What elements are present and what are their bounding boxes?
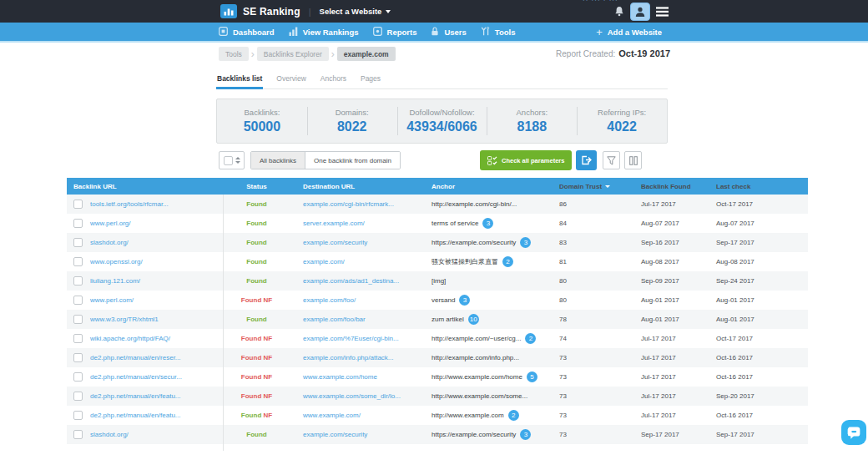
- anchor-count-badge: 3: [482, 218, 493, 229]
- backlink-found-date: Sep-16 2017: [634, 239, 709, 246]
- destination-url-link[interactable]: www.example.com/: [303, 412, 361, 419]
- col-status[interactable]: Status: [223, 183, 290, 190]
- breadcrumb-item[interactable]: example.com: [337, 47, 396, 61]
- last-check-date: Oct-17 2017: [709, 335, 808, 342]
- anchor-text: http://www.example.com: [431, 412, 504, 419]
- destination-url-link[interactable]: example.com/foo/: [303, 296, 356, 304]
- domain-trust-value: 74: [551, 335, 634, 342]
- clipped-topbar-text: ·· ··· · ···: [583, 0, 618, 4]
- row-checkbox[interactable]: [73, 238, 83, 247]
- nav-item-tools[interactable]: Tools: [481, 27, 516, 38]
- row-checkbox[interactable]: [73, 392, 83, 401]
- backlink-url-link[interactable]: www.w3.org/TR/xhtml1: [90, 316, 159, 323]
- export-button[interactable]: [576, 150, 597, 170]
- breadcrumb-item[interactable]: Backlinks Explorer: [257, 47, 329, 61]
- se-ranking-logo-icon: [220, 4, 237, 18]
- destination-url-link[interactable]: example.com/%7Euser/cgi-bin...: [303, 335, 399, 342]
- row-checkbox[interactable]: [73, 219, 83, 228]
- backlink-url-link[interactable]: de2.php.net/manual/en/featu...: [90, 412, 181, 419]
- backlink-url-link[interactable]: slashdot.org/: [90, 431, 129, 438]
- chat-button[interactable]: [841, 420, 866, 445]
- backlink-found-date: Aug-01 2017: [634, 296, 709, 304]
- col-destination-url[interactable]: Destination URL: [290, 183, 426, 190]
- backlink-url-link[interactable]: de2.php.net/manual/en/reser...: [90, 354, 181, 361]
- tab-overview[interactable]: Overview: [275, 70, 306, 89]
- backlink-url-link[interactable]: tools.ietf.org/tools/rfcmar...: [90, 200, 169, 208]
- destination-url-link[interactable]: server.example.com/: [303, 220, 365, 227]
- destination-url-link[interactable]: example.com/security: [303, 431, 367, 438]
- destination-url-link[interactable]: www.example.com/home: [303, 373, 377, 381]
- col-backlink-url[interactable]: Backlink URL: [67, 183, 223, 190]
- tab-backlinks-list[interactable]: Backlinks list: [216, 70, 263, 89]
- select-all-dropdown[interactable]: [219, 151, 245, 169]
- destination-url-link[interactable]: example.com/: [303, 258, 345, 265]
- destination-url-link[interactable]: example.com/security: [303, 239, 367, 246]
- last-check-date: Sep-17 2017: [709, 431, 808, 438]
- row-checkbox[interactable]: [73, 257, 83, 266]
- site-selector[interactable]: Select a Website: [320, 7, 391, 16]
- check-all-parameters-button[interactable]: Check all parameters: [480, 150, 572, 170]
- nav-item-reports[interactable]: Reports: [373, 27, 417, 38]
- destination-url-link[interactable]: example.com/cgi-bin/rfcmark...: [303, 200, 394, 208]
- col-anchor[interactable]: Anchor: [426, 183, 551, 190]
- backlink-url-link[interactable]: www.openssl.org/: [90, 258, 143, 265]
- tab-anchors[interactable]: Anchors: [320, 70, 347, 89]
- breadcrumb-separator: ›: [251, 49, 255, 59]
- menu-icon[interactable]: [656, 7, 669, 17]
- segment-button[interactable]: One backlink from domain: [305, 152, 400, 169]
- destination-url-link[interactable]: example.com/foo/bar: [303, 316, 366, 323]
- row-checkbox[interactable]: [73, 315, 83, 324]
- row-checkbox[interactable]: [73, 372, 83, 382]
- last-check-date: Sep-20 2017: [709, 392, 808, 400]
- domain-trust-value: 73: [551, 431, 634, 438]
- backlink-url-link[interactable]: slashdot.org/: [90, 239, 129, 246]
- columns-button[interactable]: [624, 151, 642, 169]
- breadcrumb-separator: ›: [331, 49, 335, 59]
- domain-trust-value: 73: [551, 412, 634, 419]
- backlink-url-link[interactable]: liuliang.121.com/: [90, 277, 140, 285]
- backlink-url-link[interactable]: de2.php.net/manual/en/featu...: [90, 392, 181, 400]
- tabs: Backlinks listOverviewAnchorsPages: [216, 70, 668, 89]
- col-backlink-found[interactable]: Backlink Found: [634, 183, 709, 190]
- plus-icon: +: [596, 27, 603, 38]
- row-checkbox[interactable]: [73, 411, 83, 420]
- stat-block: Domains: 8022: [307, 99, 397, 143]
- destination-url-link[interactable]: example.com/ads/ad1_destina...: [303, 277, 399, 285]
- table-header: Backlink URL Status Destination URL Anch…: [67, 178, 808, 195]
- row-checkbox[interactable]: [73, 430, 83, 439]
- lock-icon: [431, 27, 439, 38]
- backlink-url-link[interactable]: www.perl.com/: [90, 296, 134, 304]
- select-all-checkbox[interactable]: [224, 156, 233, 165]
- stat-block: Dofollow/Nofollow: 43934/6066: [397, 99, 487, 143]
- row-checkbox[interactable]: [73, 296, 83, 305]
- backlink-url-link[interactable]: www.perl.org/: [90, 220, 130, 227]
- user-avatar-button[interactable]: [630, 3, 650, 21]
- row-checkbox[interactable]: [73, 353, 83, 362]
- table-row: wiki.apache.org/httpd/FAQ/ Found NF exam…: [67, 329, 808, 348]
- col-last-check[interactable]: Last check: [709, 183, 808, 190]
- status-cell: Found NF: [223, 392, 290, 400]
- nav-item-users[interactable]: Users: [431, 27, 466, 38]
- col-domain-trust[interactable]: Domain Trust: [551, 183, 634, 190]
- backlink-found-date: Jul-17 2017: [634, 392, 709, 400]
- backlink-url-link[interactable]: de2.php.net/manual/en/secur...: [90, 373, 182, 381]
- breadcrumb-item[interactable]: Tools: [219, 47, 249, 61]
- domain-trust-value: 83: [551, 239, 634, 246]
- backlink-url-link[interactable]: wiki.apache.org/httpd/FAQ/: [90, 335, 170, 342]
- tab-pages[interactable]: Pages: [360, 70, 381, 89]
- row-checkbox[interactable]: [73, 200, 83, 209]
- segment-button[interactable]: All backlinks: [251, 152, 305, 169]
- row-checkbox[interactable]: [73, 334, 83, 343]
- backlink-found-date: Jul-17 2017: [634, 373, 709, 381]
- anchor-text: http://www.example.com/some...: [431, 392, 527, 400]
- nav-item-view-rankings[interactable]: View Rankings: [289, 27, 359, 38]
- status-cell: Found NF: [223, 296, 290, 304]
- anchor-text: terms of service: [431, 220, 478, 227]
- row-checkbox[interactable]: [73, 276, 83, 286]
- bell-icon[interactable]: [614, 6, 624, 17]
- filter-button[interactable]: [603, 151, 620, 169]
- nav-item-dashboard[interactable]: Dashboard: [219, 27, 275, 38]
- destination-url-link[interactable]: example.com/info.php/attack...: [303, 354, 394, 361]
- add-website-button[interactable]: +Add a Website: [596, 23, 662, 41]
- destination-url-link[interactable]: www.example.com/some_dir/lo...: [303, 392, 401, 400]
